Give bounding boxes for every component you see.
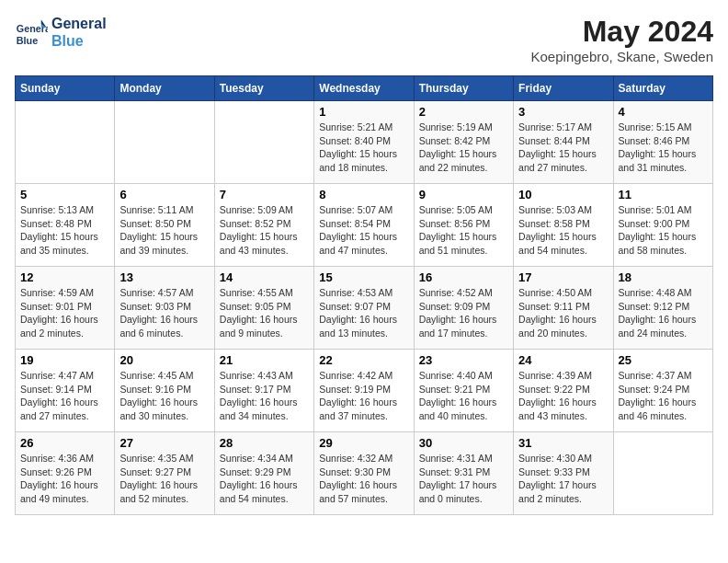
day-info: Sunrise: 4:36 AM Sunset: 9:26 PM Dayligh… [20, 452, 109, 506]
calendar-cell: 30Sunrise: 4:31 AM Sunset: 9:31 PM Dayli… [414, 432, 513, 515]
day-number: 31 [518, 436, 608, 450]
calendar-cell: 2Sunrise: 5:19 AM Sunset: 8:42 PM Daylig… [414, 101, 513, 184]
logo-icon: General Blue [15, 16, 48, 49]
month-title: May 2024 [531, 15, 713, 49]
day-number: 8 [319, 188, 408, 201]
calendar-cell: 1Sunrise: 5:21 AM Sunset: 8:40 PM Daylig… [314, 101, 414, 184]
day-number: 18 [619, 270, 708, 284]
day-info: Sunrise: 4:50 AM Sunset: 9:11 PM Dayligh… [518, 286, 608, 340]
calendar-header: SundayMondayTuesdayWednesdayThursdayFrid… [16, 76, 713, 101]
day-info: Sunrise: 5:19 AM Sunset: 8:42 PM Dayligh… [419, 121, 508, 175]
calendar-cell: 6Sunrise: 5:11 AM Sunset: 8:50 PM Daylig… [115, 184, 214, 267]
calendar-cell: 14Sunrise: 4:55 AM Sunset: 9:05 PM Dayli… [214, 267, 313, 350]
calendar-cell: 19Sunrise: 4:47 AM Sunset: 9:14 PM Dayli… [16, 350, 115, 432]
day-number: 2 [419, 105, 508, 119]
svg-text:Blue: Blue [17, 35, 38, 46]
calendar-cell: 12Sunrise: 4:59 AM Sunset: 9:01 PM Dayli… [16, 267, 115, 350]
calendar-cell: 16Sunrise: 4:52 AM Sunset: 9:09 PM Dayli… [414, 267, 513, 350]
calendar-cell [613, 432, 712, 515]
calendar-cell: 5Sunrise: 5:13 AM Sunset: 8:48 PM Daylig… [16, 184, 115, 267]
calendar-cell: 15Sunrise: 4:53 AM Sunset: 9:07 PM Dayli… [314, 267, 414, 350]
day-info: Sunrise: 4:55 AM Sunset: 9:05 PM Dayligh… [220, 286, 309, 340]
day-number: 23 [419, 353, 508, 367]
location: Koepingebro, Skane, Sweden [531, 49, 713, 64]
day-info: Sunrise: 5:01 AM Sunset: 9:00 PM Dayligh… [619, 203, 708, 258]
day-number: 3 [518, 105, 608, 119]
calendar-cell: 18Sunrise: 4:48 AM Sunset: 9:12 PM Dayli… [613, 267, 712, 350]
weekday-header: Friday [514, 76, 613, 101]
weekday-header: Monday [115, 76, 214, 101]
calendar-cell: 23Sunrise: 4:40 AM Sunset: 9:21 PM Dayli… [414, 350, 513, 432]
day-number: 16 [419, 270, 508, 284]
title-block: May 2024 Koepingebro, Skane, Sweden [531, 15, 713, 64]
calendar-cell: 20Sunrise: 4:45 AM Sunset: 9:16 PM Dayli… [115, 350, 214, 432]
day-info: Sunrise: 5:11 AM Sunset: 8:50 PM Dayligh… [119, 203, 209, 258]
day-info: Sunrise: 4:31 AM Sunset: 9:31 PM Dayligh… [419, 452, 508, 506]
day-number: 15 [319, 270, 408, 284]
calendar-cell: 28Sunrise: 4:34 AM Sunset: 9:29 PM Dayli… [214, 432, 313, 515]
calendar-cell: 7Sunrise: 5:09 AM Sunset: 8:52 PM Daylig… [214, 184, 313, 267]
day-info: Sunrise: 5:17 AM Sunset: 8:44 PM Dayligh… [518, 121, 608, 175]
day-number: 29 [319, 436, 408, 450]
calendar-week-row: 12Sunrise: 4:59 AM Sunset: 9:01 PM Dayli… [16, 267, 713, 350]
day-number: 22 [319, 353, 408, 367]
day-info: Sunrise: 4:47 AM Sunset: 9:14 PM Dayligh… [20, 369, 109, 423]
calendar-week-row: 1Sunrise: 5:21 AM Sunset: 8:40 PM Daylig… [16, 101, 713, 184]
day-number: 11 [619, 188, 708, 201]
day-info: Sunrise: 4:30 AM Sunset: 9:33 PM Dayligh… [518, 452, 608, 506]
day-number: 30 [419, 436, 508, 450]
calendar-cell: 9Sunrise: 5:05 AM Sunset: 8:56 PM Daylig… [414, 184, 513, 267]
day-number: 4 [619, 105, 708, 119]
day-info: Sunrise: 4:53 AM Sunset: 9:07 PM Dayligh… [319, 286, 408, 340]
weekday-header: Saturday [613, 76, 712, 101]
day-info: Sunrise: 4:43 AM Sunset: 9:17 PM Dayligh… [220, 369, 309, 423]
calendar-week-row: 19Sunrise: 4:47 AM Sunset: 9:14 PM Dayli… [16, 350, 713, 432]
day-info: Sunrise: 4:48 AM Sunset: 9:12 PM Dayligh… [619, 286, 708, 340]
day-info: Sunrise: 4:32 AM Sunset: 9:30 PM Dayligh… [319, 452, 408, 506]
calendar-cell: 31Sunrise: 4:30 AM Sunset: 9:33 PM Dayli… [514, 432, 613, 515]
day-number: 25 [619, 353, 708, 367]
calendar-cell: 13Sunrise: 4:57 AM Sunset: 9:03 PM Dayli… [115, 267, 214, 350]
day-number: 7 [220, 188, 309, 201]
page-header: General Blue General Blue May 2024 Koepi… [15, 15, 713, 64]
weekday-header: Wednesday [314, 76, 414, 101]
day-info: Sunrise: 5:05 AM Sunset: 8:56 PM Dayligh… [419, 203, 508, 258]
day-number: 21 [220, 353, 309, 367]
day-number: 19 [20, 353, 109, 367]
day-info: Sunrise: 4:40 AM Sunset: 9:21 PM Dayligh… [419, 369, 508, 423]
day-number: 9 [419, 188, 508, 201]
day-number: 13 [119, 270, 209, 284]
calendar-cell: 10Sunrise: 5:03 AM Sunset: 8:58 PM Dayli… [514, 184, 613, 267]
day-info: Sunrise: 5:15 AM Sunset: 8:46 PM Dayligh… [619, 121, 708, 175]
day-info: Sunrise: 5:09 AM Sunset: 8:52 PM Dayligh… [220, 203, 309, 258]
day-info: Sunrise: 4:37 AM Sunset: 9:24 PM Dayligh… [619, 369, 708, 423]
calendar-cell: 27Sunrise: 4:35 AM Sunset: 9:27 PM Dayli… [115, 432, 214, 515]
calendar-cell: 25Sunrise: 4:37 AM Sunset: 9:24 PM Dayli… [613, 350, 712, 432]
day-info: Sunrise: 4:34 AM Sunset: 9:29 PM Dayligh… [220, 452, 309, 506]
day-info: Sunrise: 4:59 AM Sunset: 9:01 PM Dayligh… [20, 286, 109, 340]
day-number: 26 [20, 436, 109, 450]
day-number: 28 [220, 436, 309, 450]
weekday-header: Tuesday [214, 76, 313, 101]
day-info: Sunrise: 4:52 AM Sunset: 9:09 PM Dayligh… [419, 286, 508, 340]
calendar-table: SundayMondayTuesdayWednesdayThursdayFrid… [15, 75, 713, 515]
day-number: 17 [518, 270, 608, 284]
calendar-cell: 29Sunrise: 4:32 AM Sunset: 9:30 PM Dayli… [314, 432, 414, 515]
calendar-cell: 3Sunrise: 5:17 AM Sunset: 8:44 PM Daylig… [514, 101, 613, 184]
calendar-cell: 17Sunrise: 4:50 AM Sunset: 9:11 PM Dayli… [514, 267, 613, 350]
calendar-cell: 21Sunrise: 4:43 AM Sunset: 9:17 PM Dayli… [214, 350, 313, 432]
calendar-cell [115, 101, 214, 184]
day-number: 5 [20, 188, 109, 201]
calendar-week-row: 5Sunrise: 5:13 AM Sunset: 8:48 PM Daylig… [16, 184, 713, 267]
calendar-body: 1Sunrise: 5:21 AM Sunset: 8:40 PM Daylig… [16, 101, 713, 515]
day-info: Sunrise: 4:35 AM Sunset: 9:27 PM Dayligh… [119, 452, 209, 506]
weekday-header: Thursday [414, 76, 513, 101]
day-info: Sunrise: 4:45 AM Sunset: 9:16 PM Dayligh… [119, 369, 209, 423]
logo-line2: Blue [51, 32, 107, 50]
calendar-cell [214, 101, 313, 184]
day-info: Sunrise: 5:13 AM Sunset: 8:48 PM Dayligh… [20, 203, 109, 258]
day-number: 6 [119, 188, 209, 201]
calendar-cell: 11Sunrise: 5:01 AM Sunset: 9:00 PM Dayli… [613, 184, 712, 267]
day-info: Sunrise: 5:21 AM Sunset: 8:40 PM Dayligh… [319, 121, 408, 175]
day-number: 12 [20, 270, 109, 284]
